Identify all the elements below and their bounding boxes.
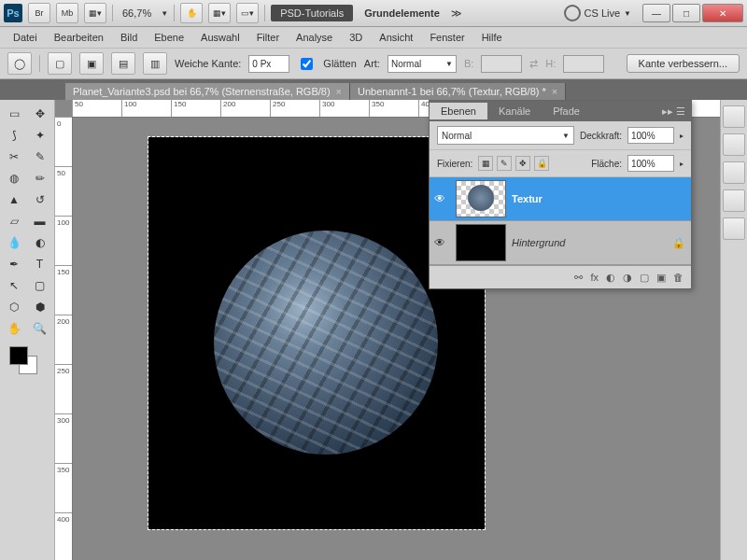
group-icon[interactable]: ▢ bbox=[640, 272, 649, 284]
opacity-input[interactable]: 100% bbox=[627, 127, 674, 144]
dock-icon[interactable] bbox=[723, 133, 745, 156]
br-btn[interactable]: Br bbox=[28, 3, 50, 23]
gradient-tool[interactable]: ▬ bbox=[28, 211, 52, 231]
lock-trans-icon[interactable]: ▦ bbox=[478, 156, 493, 171]
sel-add-icon[interactable]: ▣ bbox=[79, 52, 104, 75]
refine-edge-btn[interactable]: Kante verbessern... bbox=[627, 54, 740, 73]
menu-filter[interactable]: Filter bbox=[249, 30, 287, 45]
fill-input[interactable]: 100% bbox=[627, 155, 674, 172]
menu-analyse[interactable]: Analyse bbox=[289, 30, 340, 45]
wand-tool[interactable]: ✦ bbox=[28, 125, 52, 146]
panel-menu-icon[interactable]: ▸▸ ☰ bbox=[656, 105, 691, 118]
mask-icon[interactable]: ◐ bbox=[606, 272, 615, 284]
doc-tab-2[interactable]: Unbenannt-1 bei 66,7% (Textur, RGB/8) *× bbox=[350, 83, 566, 100]
fixieren-label: Fixieren: bbox=[437, 159, 472, 169]
menu-fenster[interactable]: Fenster bbox=[422, 30, 472, 45]
crop-tool[interactable]: ✂ bbox=[2, 147, 26, 167]
type-tool[interactable]: T bbox=[28, 254, 52, 274]
lock-icon: 🔒 bbox=[672, 237, 691, 249]
cslive-label[interactable]: CS Live bbox=[585, 7, 621, 19]
dock-icon[interactable] bbox=[723, 217, 745, 240]
hand-btn[interactable]: ✋ bbox=[180, 3, 203, 23]
move-tool[interactable]: ✥ bbox=[28, 104, 52, 124]
layers-panel: Ebenen Kanäle Pfade ▸▸ ☰ Normal▼ Deckkra… bbox=[429, 100, 692, 289]
close-btn[interactable]: ✕ bbox=[702, 4, 743, 22]
marquee-tool-icon[interactable]: ◯ bbox=[7, 52, 32, 75]
menu-bild[interactable]: Bild bbox=[113, 30, 145, 45]
lock-pos-icon[interactable]: ✥ bbox=[515, 156, 530, 171]
lock-all-icon[interactable]: 🔒 bbox=[534, 156, 549, 171]
dock-icon[interactable] bbox=[723, 161, 745, 184]
trash-icon[interactable]: 🗑 bbox=[673, 272, 684, 283]
menu-ebene[interactable]: Ebene bbox=[147, 30, 191, 45]
vertical-ruler: 050100150200250300350400450 bbox=[55, 117, 73, 560]
layer-textur[interactable]: 👁 Textur bbox=[430, 177, 691, 221]
path-tool[interactable]: ↖ bbox=[2, 275, 26, 296]
hand-tool[interactable]: ✋ bbox=[2, 318, 26, 339]
zoom-tool[interactable]: 🔍 bbox=[28, 318, 52, 339]
menu-3d[interactable]: 3D bbox=[342, 30, 370, 45]
stamp-tool[interactable]: ▲ bbox=[2, 189, 26, 210]
menu-hilfe[interactable]: Hilfe bbox=[474, 30, 510, 45]
b-label: B: bbox=[464, 58, 473, 69]
history-tool[interactable]: ↺ bbox=[28, 189, 52, 210]
lasso-tool[interactable]: ⟆ bbox=[2, 125, 26, 146]
screen-mode-btn[interactable]: ▦▾ bbox=[84, 3, 106, 23]
menu-bearbeiten[interactable]: Bearbeiten bbox=[47, 30, 111, 45]
arrange-btn[interactable]: ▦▾ bbox=[208, 3, 231, 23]
eyedrop-tool[interactable]: ✎ bbox=[28, 147, 52, 167]
dock-icon[interactable] bbox=[723, 189, 745, 212]
canvas-area[interactable]: 50100150200250300350400450 0501001502002… bbox=[55, 100, 720, 560]
layer-thumb[interactable] bbox=[456, 224, 506, 261]
maximize-btn[interactable]: □ bbox=[672, 4, 700, 22]
pen-tool[interactable]: ✒ bbox=[2, 254, 26, 274]
menu-ansicht[interactable]: Ansicht bbox=[372, 30, 420, 45]
menu-datei[interactable]: Datei bbox=[6, 30, 45, 45]
cslive-icon bbox=[564, 5, 581, 21]
sel-int-icon[interactable]: ▥ bbox=[143, 52, 167, 75]
panel-tab-pfade[interactable]: Pfade bbox=[542, 103, 591, 119]
blend-mode-select[interactable]: Normal▼ bbox=[437, 126, 574, 145]
blur-tool[interactable]: 💧 bbox=[2, 232, 26, 253]
new-layer-icon[interactable]: ▣ bbox=[656, 272, 666, 284]
eraser-tool[interactable]: ▱ bbox=[2, 211, 26, 231]
mb-btn[interactable]: Mb bbox=[56, 3, 78, 23]
panel-tab-ebenen[interactable]: Ebenen bbox=[430, 103, 487, 119]
marquee-tool[interactable]: ▭ bbox=[2, 104, 26, 124]
link-icon[interactable]: ⚯ bbox=[574, 272, 583, 284]
dock-icon[interactable] bbox=[723, 105, 745, 128]
close-tab-icon[interactable]: × bbox=[336, 86, 342, 97]
fx-icon[interactable]: fx bbox=[590, 272, 599, 283]
layer-hintergrund[interactable]: 👁 Hintergrund 🔒 bbox=[430, 221, 691, 265]
dodge-tool[interactable]: ◐ bbox=[28, 232, 52, 253]
3d-cam-tool[interactable]: ⬢ bbox=[28, 297, 52, 317]
adjust-icon[interactable]: ◑ bbox=[623, 272, 632, 284]
heal-tool[interactable]: ◍ bbox=[2, 168, 26, 189]
sel-new-icon[interactable]: ▢ bbox=[48, 52, 72, 75]
layer-thumb[interactable] bbox=[456, 180, 506, 217]
sel-sub-icon[interactable]: ▤ bbox=[111, 52, 135, 75]
lock-paint-icon[interactable]: ✎ bbox=[497, 156, 512, 171]
panel-tab-kanale[interactable]: Kanäle bbox=[487, 103, 542, 119]
brush-tool[interactable]: ✏ bbox=[28, 168, 52, 189]
visibility-icon[interactable]: 👁 bbox=[430, 236, 450, 249]
color-swatches[interactable] bbox=[2, 344, 52, 378]
zoom-display[interactable]: 66,7% bbox=[119, 7, 155, 19]
feather-input[interactable]: 0 Px bbox=[248, 55, 289, 73]
shape-tool[interactable]: ▢ bbox=[28, 275, 52, 296]
art-select[interactable]: Normal▼ bbox=[388, 55, 457, 73]
workspace-grund[interactable]: Grundelemente bbox=[359, 7, 445, 19]
menubar: Datei Bearbeiten Bild Ebene Auswahl Filt… bbox=[0, 27, 747, 49]
workspace-label[interactable]: PSD-Tutorials bbox=[271, 5, 353, 21]
minimize-btn[interactable]: — bbox=[642, 4, 670, 22]
close-tab-icon[interactable]: × bbox=[552, 86, 557, 97]
doc-tab-1[interactable]: Planet_Variante3.psd bei 66,7% (Sternens… bbox=[65, 83, 350, 100]
menu-auswahl[interactable]: Auswahl bbox=[193, 30, 247, 45]
fg-color-swatch[interactable] bbox=[9, 346, 28, 365]
glatten-checkbox[interactable] bbox=[301, 58, 313, 70]
3d-tool[interactable]: ⬡ bbox=[2, 297, 26, 317]
screen-btn[interactable]: ▭▾ bbox=[236, 3, 259, 23]
visibility-icon[interactable]: 👁 bbox=[430, 192, 450, 205]
right-dock bbox=[720, 100, 747, 560]
more-icon[interactable]: ≫ bbox=[451, 7, 462, 20]
